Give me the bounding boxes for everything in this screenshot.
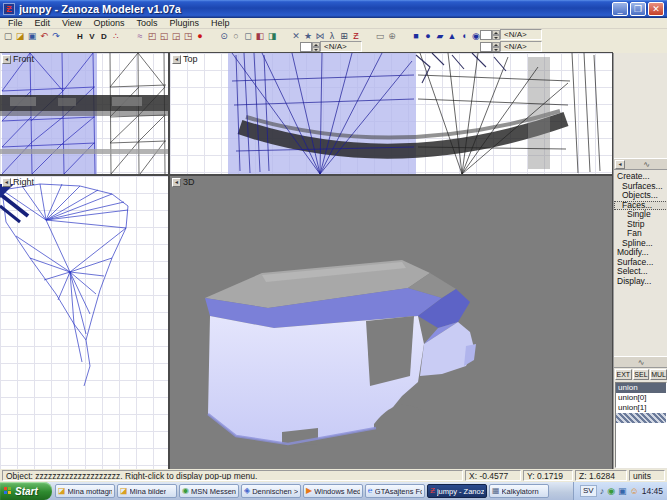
taskbar-item[interactable]: ◉ MSN Messenger bbox=[179, 484, 239, 498]
primitive-ellipse-icon[interactable]: ◖ bbox=[458, 30, 470, 41]
viewport-top[interactable]: ◂ Top bbox=[170, 53, 612, 174]
spinner-icon[interactable] bbox=[312, 42, 320, 52]
viewport-menu-icon[interactable]: ◂ bbox=[2, 55, 11, 64]
volume-tray-icon[interactable]: ♪ bbox=[600, 486, 605, 496]
wave-icon: ∿ bbox=[614, 358, 667, 367]
view-single-icon[interactable]: ◳ bbox=[182, 30, 194, 41]
pan-icon[interactable]: ○ bbox=[230, 30, 242, 41]
import-icon[interactable]: ↶ bbox=[38, 30, 50, 41]
mirror-tool-icon[interactable]: ⋈ bbox=[314, 30, 326, 41]
primitive-sphere-icon[interactable]: ● bbox=[422, 30, 434, 41]
network-tray-icon[interactable]: ▣ bbox=[618, 486, 627, 496]
selection-mode-button[interactable]: SEL bbox=[633, 369, 650, 380]
start-button[interactable]: Start bbox=[0, 482, 52, 500]
spinner-icon[interactable] bbox=[492, 30, 500, 40]
object-list-item[interactable]: union[0] bbox=[616, 393, 666, 403]
viewport-3d-label[interactable]: 3D bbox=[183, 177, 195, 187]
selection-mode-button[interactable]: MUL bbox=[650, 369, 667, 380]
texture-icon[interactable]: ◨ bbox=[266, 30, 278, 41]
scale-tool-icon[interactable]: ✕ bbox=[290, 30, 302, 41]
selection-mode-button[interactable]: EXT bbox=[615, 369, 632, 380]
viewport-3d[interactable]: ◂ 3D bbox=[170, 176, 612, 469]
taskbar-item-icon: ▶ bbox=[306, 487, 312, 495]
snap-icon[interactable]: ∴ bbox=[110, 30, 122, 41]
primitive-cone-icon[interactable]: ▲ bbox=[446, 30, 458, 41]
viewport-top-label[interactable]: Top bbox=[183, 54, 198, 64]
attach-icon[interactable]: ⊞ bbox=[338, 30, 350, 41]
na-input-2[interactable] bbox=[300, 42, 312, 52]
primitive-slab-icon[interactable]: ▰ bbox=[434, 30, 446, 41]
object-list[interactable]: union union[0] union[1] bbox=[615, 382, 667, 468]
viewport-front[interactable]: ◂ Front bbox=[0, 53, 168, 174]
cube-view-icon[interactable]: ◻ bbox=[242, 30, 254, 41]
object-list-item[interactable] bbox=[616, 413, 666, 423]
viewport-menu-icon[interactable]: ◂ bbox=[172, 55, 181, 64]
wave-icon: ∿ bbox=[625, 160, 667, 169]
taskbar-item-icon: ℮ bbox=[368, 487, 373, 495]
menu-item[interactable]: File bbox=[2, 18, 29, 28]
close-button[interactable]: ✕ bbox=[648, 2, 664, 16]
na-input-3[interactable] bbox=[480, 42, 492, 52]
taskbar-item[interactable]: ◈ Dennischen > ... bbox=[241, 484, 301, 498]
spinner-icon[interactable] bbox=[492, 42, 500, 52]
work-area: ◂ Front bbox=[0, 53, 667, 469]
open-icon[interactable]: ◪ bbox=[14, 30, 26, 41]
primitive-box-icon[interactable]: ■ bbox=[410, 30, 422, 41]
object-list-item[interactable]: union[1] bbox=[616, 403, 666, 413]
toolbar-icon[interactable] bbox=[362, 30, 374, 41]
toolbar-icon[interactable] bbox=[122, 30, 134, 41]
toolbar-icon[interactable] bbox=[206, 30, 218, 41]
viewport-right[interactable]: ◂ Right bbox=[0, 176, 168, 469]
taskbar-item[interactable]: ▶ Windows Medi... bbox=[303, 484, 363, 498]
panel-collapse-icon[interactable]: ◂ bbox=[615, 160, 625, 169]
save-icon[interactable]: ▣ bbox=[26, 30, 38, 41]
messenger-tray-icon[interactable]: ☺ bbox=[630, 486, 639, 496]
menu-item[interactable]: Plugins bbox=[163, 18, 205, 28]
circle-select-icon[interactable]: ⊕ bbox=[386, 30, 398, 41]
minimize-button[interactable]: _ bbox=[612, 2, 628, 16]
view-split-left-icon[interactable]: ◱ bbox=[158, 30, 170, 41]
render-icon[interactable]: ● bbox=[194, 30, 206, 41]
zoom-icon[interactable]: ⊙ bbox=[218, 30, 230, 41]
taskbar-item[interactable]: ℮ GTAsajtens Fo... bbox=[365, 484, 425, 498]
maximize-button[interactable]: ❐ bbox=[630, 2, 646, 16]
star-tool-icon[interactable]: ★ bbox=[302, 30, 314, 41]
marquee-select-icon[interactable]: ▭ bbox=[374, 30, 386, 41]
command-item[interactable]: Display... bbox=[614, 277, 667, 287]
taskbar-item[interactable]: ◪ Mina mottagna... bbox=[55, 484, 115, 498]
view-split-right-icon[interactable]: ◲ bbox=[170, 30, 182, 41]
lasso-icon[interactable]: ≈ bbox=[134, 30, 146, 41]
toolbar-icon[interactable] bbox=[398, 30, 410, 41]
selection-panel-header: ∿ bbox=[614, 356, 667, 368]
taskbar-item[interactable]: ◪ Mina bilder bbox=[117, 484, 177, 498]
hide-button[interactable]: H bbox=[74, 30, 86, 41]
taskbar-item-icon: ◈ bbox=[244, 487, 250, 495]
visibility-button[interactable]: V bbox=[86, 30, 98, 41]
view-quad-icon[interactable]: ◰ bbox=[146, 30, 158, 41]
viewport-menu-icon[interactable]: ◂ bbox=[2, 178, 11, 187]
na-input-1[interactable] bbox=[480, 30, 492, 40]
taskbar-item-icon: ▦ bbox=[492, 487, 500, 495]
menu-item[interactable]: View bbox=[56, 18, 87, 28]
viewport-menu-icon[interactable]: ◂ bbox=[172, 178, 181, 187]
taskbar-item[interactable]: ▦ Kalkylatorn bbox=[489, 484, 549, 498]
viewport-front-label[interactable]: Front bbox=[13, 54, 34, 64]
toolbar-icon[interactable] bbox=[62, 30, 74, 41]
taskbar-item[interactable]: Ƶ jumpy - Zanoz... bbox=[427, 484, 487, 498]
detach-button[interactable]: D bbox=[98, 30, 110, 41]
material-icon[interactable]: ◧ bbox=[254, 30, 266, 41]
menu-item[interactable]: Edit bbox=[29, 18, 57, 28]
object-list-item[interactable]: union bbox=[616, 383, 666, 393]
menu-item[interactable]: Help bbox=[205, 18, 236, 28]
viewport-right-label[interactable]: Right bbox=[13, 177, 34, 187]
menu-item[interactable]: Tools bbox=[130, 18, 163, 28]
zbias-icon[interactable]: Ƶ bbox=[350, 30, 362, 41]
export-icon[interactable]: ↷ bbox=[50, 30, 62, 41]
status-x-coordinate: X: -0.4577 bbox=[465, 470, 521, 481]
msn-tray-icon[interactable]: ◉ bbox=[607, 486, 615, 496]
vertex-tool-icon[interactable]: λ bbox=[326, 30, 338, 41]
menu-item[interactable]: Options bbox=[87, 18, 130, 28]
toolbar-icon[interactable] bbox=[278, 30, 290, 41]
language-indicator[interactable]: SV bbox=[580, 485, 597, 497]
new-icon[interactable]: ▢ bbox=[2, 30, 14, 41]
